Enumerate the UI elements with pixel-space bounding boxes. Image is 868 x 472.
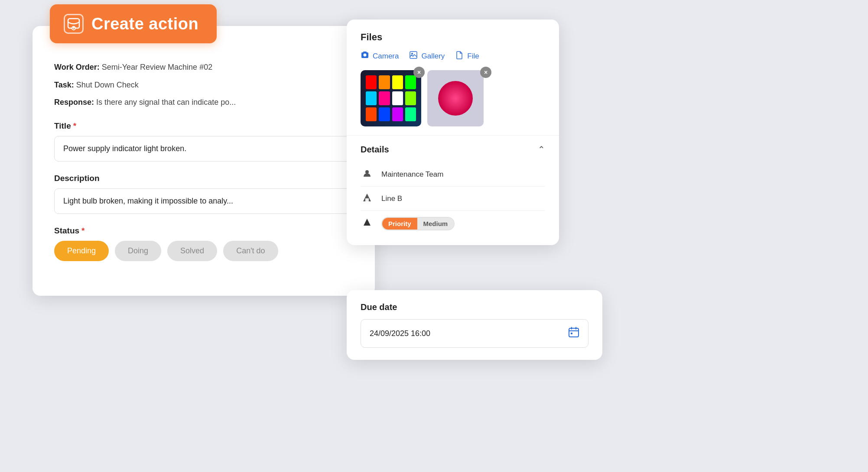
work-order-value: Semi-Year Review Machine #02 xyxy=(102,63,212,71)
details-header: Details ⌃ xyxy=(361,144,545,155)
team-value: Maintenance Team xyxy=(381,170,443,179)
status-doing-btn[interactable]: Doing xyxy=(115,241,161,261)
create-action-header: Create action xyxy=(50,4,217,43)
task-value: Shut Down Check xyxy=(76,81,139,89)
gallery-label: Gallery xyxy=(421,52,445,61)
priority-label: Priority xyxy=(382,218,417,230)
thumbnail-1 xyxy=(361,70,421,126)
status-buttons: Pending Doing Solved Can't do xyxy=(54,241,353,261)
task-label: Task: xyxy=(54,81,74,89)
location-row: Line B xyxy=(361,187,545,211)
files-title: Files xyxy=(361,32,545,43)
due-date-card: Due date 24/09/2025 16:00 xyxy=(347,290,602,360)
status-required: * xyxy=(81,226,85,236)
svg-rect-6 xyxy=(365,198,369,201)
team-row: Maintenance Team xyxy=(361,162,545,187)
description-input[interactable] xyxy=(54,188,353,214)
svg-point-3 xyxy=(411,53,413,55)
create-action-icon xyxy=(64,14,84,34)
create-action-card: Create action Work Order: Semi-Year Revi… xyxy=(33,26,375,296)
title-label: Title * xyxy=(54,121,353,131)
work-order-label: Work Order: xyxy=(54,63,100,71)
status-label: Status * xyxy=(54,226,353,236)
location-value: Line B xyxy=(381,194,402,203)
details-title: Details xyxy=(361,145,389,155)
status-section: Status * Pending Doing Solved Can't do xyxy=(54,226,353,261)
chevron-up-icon[interactable]: ⌃ xyxy=(538,144,545,155)
priority-row: Priority Medium xyxy=(361,211,545,236)
response-value: Is there any signal that can indicate po… xyxy=(96,98,236,107)
svg-point-4 xyxy=(365,170,369,174)
title-input[interactable] xyxy=(54,136,353,162)
team-icon xyxy=(361,168,374,180)
create-action-title: Create action xyxy=(91,15,198,33)
description-label: Description xyxy=(54,174,353,183)
svg-rect-7 xyxy=(569,328,579,337)
details-section: Details ⌃ Maintenance Team Line B xyxy=(347,136,559,245)
status-solved-btn[interactable]: Solved xyxy=(167,241,217,261)
response-label: Response: xyxy=(54,98,94,107)
camera-label: Camera xyxy=(373,52,399,61)
thumbnail-2-close[interactable]: × xyxy=(480,67,491,78)
task-row: Task: Shut Down Check xyxy=(54,78,353,92)
file-icon xyxy=(455,51,464,61)
gallery-icon xyxy=(409,51,418,61)
due-date-input-row: 24/09/2025 16:00 xyxy=(361,319,588,348)
files-details-card: Files Camera Gallery xyxy=(347,19,559,245)
files-section: Files Camera Gallery xyxy=(347,19,559,136)
status-pending-btn[interactable]: Pending xyxy=(54,241,109,261)
svg-rect-2 xyxy=(410,52,417,58)
status-cantdo-btn[interactable]: Can't do xyxy=(223,241,278,261)
work-order-row: Work Order: Semi-Year Review Machine #02 xyxy=(54,61,353,74)
file-thumbnails: × × xyxy=(361,70,545,126)
files-actions: Camera Gallery xyxy=(361,51,545,61)
camera-btn[interactable]: Camera xyxy=(361,51,399,61)
thumbnail-1-close[interactable]: × xyxy=(413,67,425,78)
location-icon xyxy=(361,193,374,204)
priority-value: Medium xyxy=(417,218,454,230)
response-row: Response: Is there any signal that can i… xyxy=(54,96,353,109)
thumbnail-2 xyxy=(427,70,484,126)
pink-circle xyxy=(438,81,473,116)
thumbnail-2-wrapper: × xyxy=(427,70,488,126)
thumbnail-1-wrapper: × xyxy=(361,70,421,126)
file-label: File xyxy=(467,52,479,61)
svg-rect-8 xyxy=(571,333,572,334)
due-date-value: 24/09/2025 16:00 xyxy=(370,329,568,338)
priority-icon xyxy=(361,218,374,230)
card-body: Work Order: Semi-Year Review Machine #02… xyxy=(33,26,375,278)
gallery-btn[interactable]: Gallery xyxy=(409,51,445,61)
priority-badge: Priority Medium xyxy=(381,217,455,230)
title-required: * xyxy=(73,121,76,131)
calendar-icon[interactable] xyxy=(568,327,579,340)
due-date-title: Due date xyxy=(361,302,588,312)
camera-icon xyxy=(361,51,369,61)
file-btn[interactable]: File xyxy=(455,51,479,61)
